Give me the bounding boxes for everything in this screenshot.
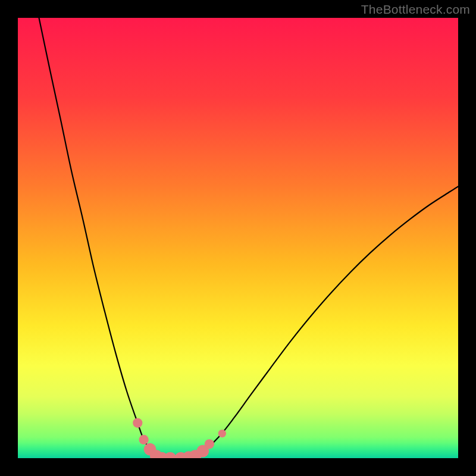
highlight-dot — [133, 418, 142, 428]
watermark-text: TheBottleneck.com — [361, 2, 470, 17]
highlight-dots — [133, 418, 226, 458]
bottleneck-curve — [39, 18, 458, 458]
highlight-dot — [139, 435, 149, 444]
highlight-dot — [218, 430, 226, 437]
highlight-dot — [205, 439, 214, 449]
chart-frame: TheBottleneck.com — [0, 0, 476, 476]
plot-area — [18, 18, 458, 458]
curve-layer — [18, 18, 458, 458]
highlight-dot — [164, 452, 177, 458]
